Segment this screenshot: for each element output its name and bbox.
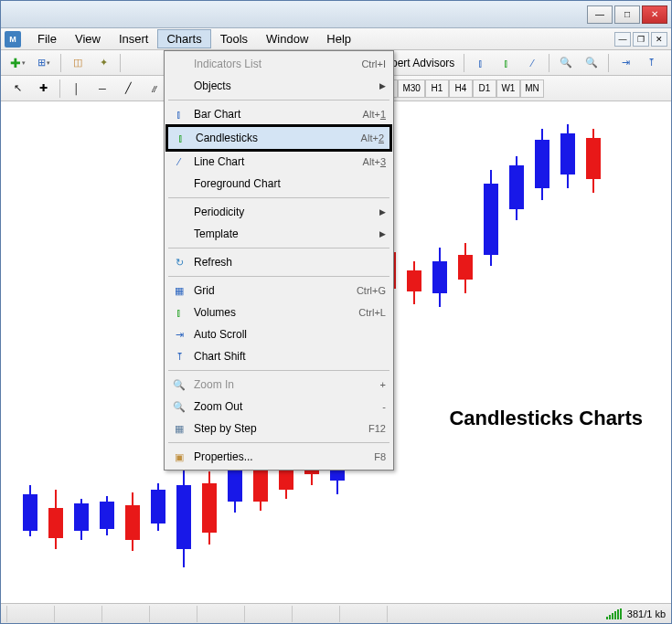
timeframe-mn[interactable]: MN [520, 79, 544, 98]
menu-item-chart-shift[interactable]: ⤒Chart Shift [166, 345, 391, 367]
candlestick [453, 101, 477, 603]
timeframe-m30[interactable]: M30 [398, 79, 424, 98]
navigator-button[interactable]: ✦ [92, 53, 114, 73]
menu-insert[interactable]: Insert [110, 29, 158, 48]
refresh-icon: ↻ [170, 254, 188, 270]
menu-shortcut: F8 [374, 451, 386, 462]
menu-item-label: Template [194, 227, 379, 240]
new-chart-button[interactable]: ✚▾ [6, 53, 29, 73]
minimize-button[interactable]: — [587, 5, 613, 24]
menu-item-label: Refresh [194, 256, 386, 269]
menu-item-grid[interactable]: ▦GridCtrl+G [166, 280, 391, 301]
menu-separator [168, 442, 389, 443]
shift-icon: ⤒ [170, 348, 188, 365]
menu-shortcut: Alt+2 [361, 132, 384, 143]
app-icon: M [5, 31, 21, 48]
menu-charts[interactable]: Charts [157, 29, 210, 48]
candlestick [402, 101, 426, 603]
zoom-out-button[interactable]: 🔍 [581, 53, 603, 73]
timeframe-w1[interactable]: W1 [496, 79, 520, 98]
menu-item-label: Zoom In [194, 378, 380, 391]
step-icon: ▦ [170, 420, 188, 437]
market-watch-button[interactable]: ◫ [67, 53, 89, 73]
menu-item-template[interactable]: Template▶ [166, 223, 391, 245]
close-button[interactable]: ✕ [642, 5, 667, 24]
menu-item-label: Auto Scroll [194, 328, 386, 341]
cursor-button[interactable]: ↖ [6, 79, 28, 99]
menu-separator [168, 100, 389, 100]
timeframe-h1[interactable]: H1 [425, 79, 449, 98]
status-text: 381/1 kb [627, 608, 666, 619]
auto-icon: ⇥ [170, 326, 188, 343]
menu-file[interactable]: File [28, 29, 66, 48]
timeframe-h4[interactable]: H4 [449, 79, 473, 98]
menu-window[interactable]: Window [257, 29, 317, 48]
chart-shift-button[interactable]: ⤒ [640, 53, 662, 73]
candle-icon: ⫿ [172, 130, 190, 146]
blank-icon [170, 175, 188, 192]
app-window: — □ ✕ M FileViewInsertChartsToolsWindowH… [0, 0, 672, 624]
menu-tools[interactable]: Tools [211, 29, 257, 48]
menu-item-line-chart[interactable]: ⁄Line ChartAlt+3 [166, 151, 391, 173]
line-icon: ⁄ [170, 153, 188, 170]
menu-item-periodicity[interactable]: Periodicity▶ [166, 201, 391, 223]
grid-icon: ▦ [170, 282, 188, 299]
menu-item-auto-scroll[interactable]: ⇥Auto Scroll [166, 323, 391, 345]
menu-item-label: Line Chart [194, 155, 363, 168]
menu-separator [168, 370, 389, 371]
vertical-line-button[interactable]: │ [66, 79, 88, 99]
menu-item-properties[interactable]: ▣Properties...F8 [166, 446, 391, 468]
candlestick [69, 101, 93, 603]
channel-button[interactable]: ⫽ [143, 79, 165, 99]
mdi-minimize-button[interactable]: — [614, 32, 631, 47]
statusbar: 381/1 kb [1, 603, 671, 623]
menu-item-label: Chart Shift [194, 350, 386, 363]
candlestick [428, 101, 452, 603]
menu-shortcut: - [382, 401, 386, 412]
menu-view[interactable]: View [66, 29, 110, 48]
menu-separator [168, 197, 389, 198]
highlighted-menu-item: ⫿CandlesticksAlt+2 [165, 124, 392, 152]
auto-scroll-button[interactable]: ⇥ [614, 53, 636, 73]
menu-shortcut: Ctrl+I [361, 58, 386, 69]
blank-icon [170, 78, 188, 94]
candlestick [95, 101, 119, 603]
candlestick-button[interactable]: ⫿ [496, 53, 517, 73]
bar-chart-button[interactable]: ⫿ [470, 53, 492, 73]
submenu-arrow-icon: ▶ [379, 229, 386, 238]
menu-shortcut: F12 [368, 423, 386, 434]
charts-menu-dropdown: Indicators ListCtrl+IObjects▶⫿Bar ChartA… [164, 50, 394, 471]
timeframe-d1[interactable]: D1 [473, 79, 496, 98]
crosshair-button[interactable]: ✚ [32, 79, 54, 99]
menu-item-zoom-out[interactable]: 🔍Zoom Out- [166, 396, 391, 418]
mdi-close-button[interactable]: ✕ [651, 32, 667, 47]
menu-item-bar-chart[interactable]: ⫿Bar ChartAlt+1 [166, 103, 391, 125]
menu-item-volumes[interactable]: ⫿VolumesCtrl+L [166, 301, 391, 323]
zin-icon: 🔍 [170, 376, 188, 393]
zoom-in-button[interactable]: 🔍 [555, 53, 577, 73]
trendline-button[interactable]: ╱ [117, 79, 139, 99]
candlestick [530, 101, 554, 603]
horizontal-line-button[interactable]: ─ [91, 79, 113, 99]
line-chart-button[interactable]: ⁄ [521, 53, 543, 73]
menu-item-refresh[interactable]: ↻Refresh [166, 251, 391, 273]
menu-item-step-by-step[interactable]: ▦Step by StepF12 [166, 418, 391, 439]
menu-item-objects[interactable]: Objects▶ [166, 75, 391, 97]
blank-icon [170, 56, 188, 72]
mdi-restore-button[interactable]: ❐ [633, 32, 649, 47]
bar-icon: ⫿ [170, 106, 188, 122]
menu-item-indicators-list: Indicators ListCtrl+I [166, 53, 391, 75]
menu-item-foreground-chart[interactable]: Foreground Chart [166, 173, 391, 195]
chart-annotation: Candlesticks Charts [449, 407, 643, 430]
menu-help[interactable]: Help [317, 29, 360, 48]
menu-item-label: Step by Step [194, 422, 368, 435]
blank-icon [170, 226, 188, 242]
menu-item-zoom-in: 🔍Zoom In+ [166, 374, 391, 396]
maximize-button[interactable]: □ [614, 5, 640, 24]
menu-item-label: Objects [194, 79, 379, 92]
props-icon: ▣ [170, 449, 188, 465]
menu-item-candlesticks[interactable]: ⫿CandlesticksAlt+2 [168, 127, 389, 149]
profiles-button[interactable]: ⊞▾ [33, 53, 55, 73]
menu-shortcut: Ctrl+L [358, 307, 386, 318]
menu-item-label: Candlesticks [196, 132, 361, 144]
